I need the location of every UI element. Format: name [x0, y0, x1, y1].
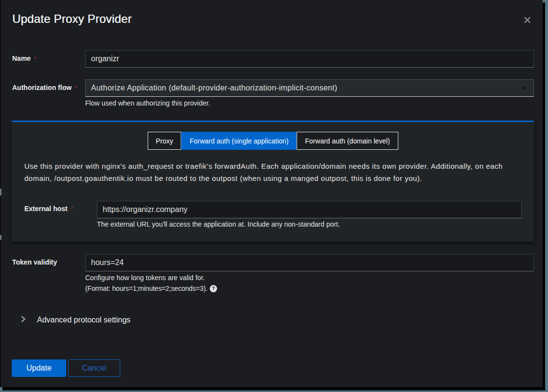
svg-text:?: ? — [212, 285, 215, 291]
